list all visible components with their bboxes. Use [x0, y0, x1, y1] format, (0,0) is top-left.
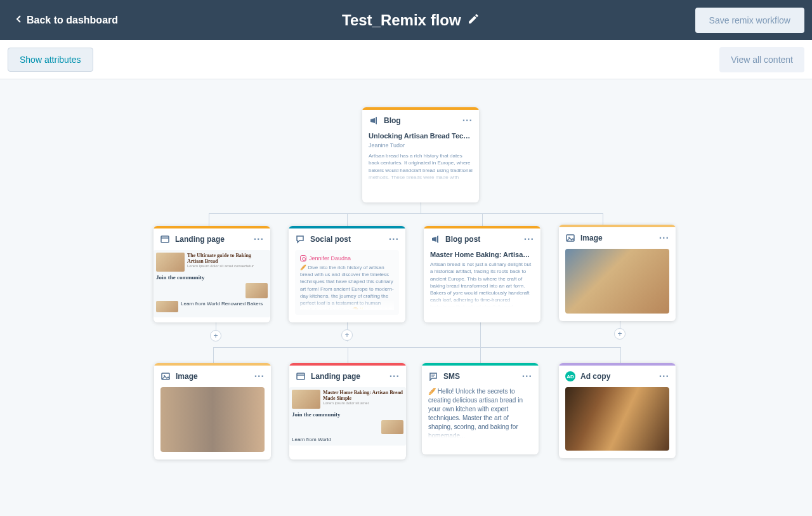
show-attributes-button[interactable]: Show attributes	[8, 48, 93, 72]
node-landing-page[interactable]: Landing page ··· The Ultimate guide to B…	[154, 226, 270, 322]
card-type: Social post	[310, 235, 384, 244]
card-author: Jeanine Tudor	[369, 142, 473, 149]
thumbnail	[381, 420, 403, 434]
message-icon	[428, 371, 438, 381]
connector	[347, 213, 348, 226]
preview-text: Lorem ipsum dolor sit amet consectetur	[187, 264, 268, 268]
more-icon[interactable]: ···	[254, 234, 264, 244]
thumbnail	[246, 283, 268, 298]
megaphone-icon	[430, 234, 440, 244]
pencil-icon[interactable]	[468, 13, 479, 27]
community-heading: Join the community	[156, 274, 268, 281]
connector	[209, 213, 209, 226]
window-icon	[296, 371, 306, 381]
connector	[480, 322, 481, 364]
card-type: Image	[176, 372, 249, 381]
save-workflow-button[interactable]: Save remix workflow	[695, 8, 804, 33]
megaphone-icon	[369, 116, 379, 126]
connector	[209, 213, 603, 214]
add-node-button[interactable]: +	[210, 330, 221, 341]
connector	[213, 347, 214, 363]
card-type: Blog post	[445, 235, 519, 244]
subbar: Show attributes View all content	[0, 40, 812, 79]
card-type: Ad copy	[580, 372, 654, 381]
image-preview	[565, 249, 669, 314]
node-image[interactable]: Image ···	[154, 363, 271, 460]
node-image[interactable]: Image ···	[559, 225, 676, 321]
ad-icon: AD	[565, 371, 575, 381]
add-node-button[interactable]: +	[341, 329, 353, 341]
card-type: SMS	[443, 372, 517, 381]
node-ad-copy[interactable]: AD Ad copy ···	[559, 363, 676, 458]
image-preview	[565, 387, 669, 451]
chevron-left-icon	[15, 15, 22, 26]
card-text: 🥖 Dive into the rich history of artisan …	[300, 264, 394, 310]
community-heading: Join the community	[292, 411, 403, 418]
topbar: Back to dashboard Test_Remix flow Save r…	[0, 0, 812, 40]
preview-text: Lorem ipsum dolor sit amet	[323, 401, 403, 406]
workflow-canvas[interactable]: Blog ··· Unlocking Artisan Bread Techniq…	[0, 79, 812, 516]
svg-rect-0	[161, 236, 169, 242]
image-preview	[160, 387, 265, 452]
connector	[482, 213, 483, 226]
node-sms[interactable]: SMS ··· 🥖 Hello! Unlock the secrets to c…	[422, 363, 539, 454]
learn-text: Learn from World	[292, 437, 403, 443]
image-icon	[565, 233, 575, 243]
card-title: Master Home Baking: Artisan Ba..	[430, 250, 534, 259]
social-author: Jennifer Daudna	[300, 255, 394, 261]
add-node-button[interactable]: +	[614, 328, 625, 340]
connector	[603, 213, 603, 226]
preview-title: The Ultimate guide to Baking Artisan Bre…	[187, 253, 268, 264]
more-icon[interactable]: ···	[522, 371, 532, 381]
card-type: Landing page	[175, 235, 249, 244]
more-icon[interactable]: ···	[659, 371, 669, 381]
card-text: Artisan bread is not just a culinary del…	[430, 261, 534, 307]
card-title: Unlocking Artisan Bread Technique...	[369, 131, 473, 140]
connector	[213, 347, 621, 348]
instagram-icon	[300, 255, 306, 261]
more-icon[interactable]: ···	[462, 116, 473, 126]
card-type: Image	[580, 234, 654, 242]
more-icon[interactable]: ···	[390, 371, 400, 381]
chat-icon	[295, 234, 305, 244]
preview-title: Master Home Baking: Artisan Bread Made S…	[323, 390, 403, 401]
node-social-post[interactable]: Social post ··· Jennifer Daudna 🥖 Dive i…	[289, 226, 405, 322]
image-icon	[160, 371, 171, 381]
window-icon	[160, 234, 170, 244]
card-text: Artisan bread has a rich history that da…	[369, 152, 473, 183]
more-icon[interactable]: ···	[524, 234, 534, 244]
more-icon[interactable]: ···	[389, 234, 399, 244]
back-to-dashboard-link[interactable]: Back to dashboard	[8, 10, 126, 31]
back-label: Back to dashboard	[27, 15, 118, 26]
node-blog-root[interactable]: Blog ··· Unlocking Artisan Bread Techniq…	[362, 107, 479, 202]
more-icon[interactable]: ···	[254, 371, 265, 381]
learn-text: Learn from World Renowned Bakers	[181, 301, 268, 312]
card-type: Blog	[384, 116, 457, 125]
thumbnail	[292, 390, 320, 409]
more-icon[interactable]: ···	[659, 233, 669, 243]
view-all-content-button[interactable]: View all content	[719, 47, 804, 72]
connector	[421, 202, 421, 213]
connector	[620, 347, 621, 363]
card-type: Landing page	[311, 372, 384, 381]
connector	[348, 347, 348, 363]
node-blog-post[interactable]: Blog post ··· Master Home Baking: Artisa…	[424, 226, 540, 322]
svg-rect-6	[297, 373, 304, 380]
thumbnail	[156, 253, 185, 272]
card-text: 🥖 Hello! Unlock the secrets to creating …	[428, 387, 532, 438]
title-wrap: Test_Remix flow	[342, 11, 479, 29]
thumbnail	[156, 301, 178, 312]
node-landing-page[interactable]: Landing page ··· Master Home Baking: Art…	[289, 363, 406, 460]
page-title: Test_Remix flow	[342, 11, 461, 29]
